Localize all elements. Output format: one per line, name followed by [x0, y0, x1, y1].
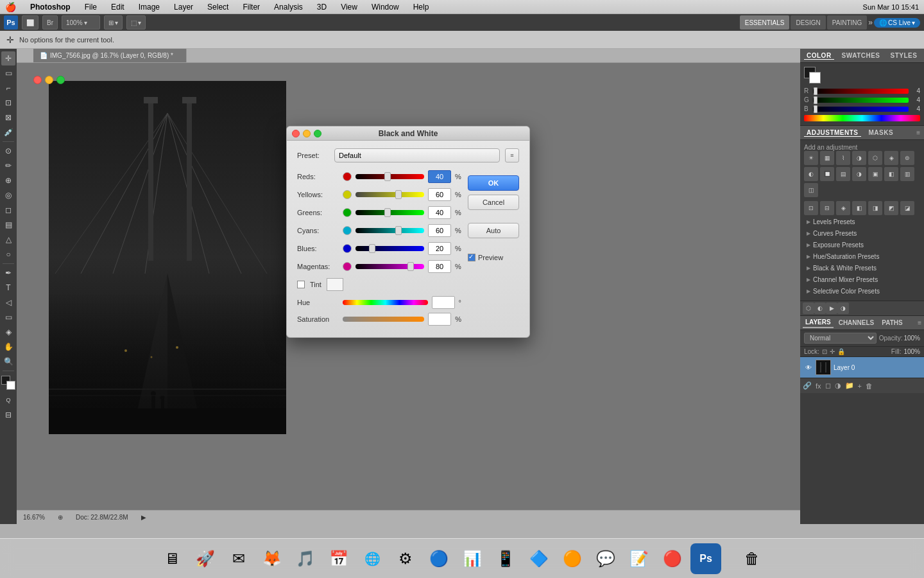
tab-adjustments[interactable]: ADJUSTMENTS — [804, 129, 861, 137]
window-minimize-button[interactable] — [45, 76, 53, 84]
menu-analysis[interactable]: Analysis — [271, 3, 305, 12]
adj-icon-extra4[interactable]: ◧ — [852, 201, 866, 215]
adj-icon-invert[interactable]: ◑ — [852, 167, 866, 181]
adj-icon-levels[interactable]: ▦ — [820, 151, 834, 165]
adj-icon-bw[interactable]: ◐ — [804, 167, 818, 181]
fill-value[interactable]: 100% — [903, 348, 920, 355]
workspace-painting[interactable]: PAINTING — [827, 15, 867, 30]
channel-b-slider[interactable] — [813, 107, 909, 112]
dock-calendar[interactable]: 📅 — [323, 543, 354, 574]
tool-eraser[interactable]: ◻ — [1, 203, 15, 217]
dock-launchpad[interactable]: 🚀 — [190, 543, 221, 574]
tool-zoom[interactable]: 🔍 — [1, 355, 15, 369]
preset-channel-mixer[interactable]: ▶ Channel Mixer Presets — [804, 274, 920, 285]
adj-icon-gradient-map[interactable]: ▥ — [900, 167, 914, 181]
preset-bw[interactable]: ▶ Black & White Presets — [804, 263, 920, 274]
menu-window[interactable]: Window — [369, 3, 402, 12]
lock-icon-pos[interactable]: ✛ — [830, 348, 835, 355]
cyans-input[interactable] — [428, 224, 451, 237]
doc-info-arrow[interactable]: ▶ — [141, 514, 146, 521]
color-spectrum-bar[interactable] — [804, 115, 920, 121]
yellows-thumb[interactable] — [395, 190, 402, 199]
cyans-slider[interactable] — [355, 228, 424, 233]
channel-r-thumb[interactable] — [814, 87, 817, 95]
dock-app4[interactable]: 📊 — [457, 543, 488, 574]
channel-g-slider[interactable] — [813, 98, 909, 103]
dock-app8[interactable]: 📝 — [624, 543, 654, 574]
workspace-more[interactable]: » — [868, 18, 873, 27]
layer-fx-icon[interactable]: fx — [816, 382, 821, 390]
reds-slider[interactable] — [355, 174, 424, 179]
tab-styles[interactable]: STYLES — [888, 52, 920, 59]
preset-levels[interactable]: ▶ Levels Presets — [804, 216, 920, 227]
adj-icon-extra3[interactable]: ◈ — [836, 201, 850, 215]
saturation-input[interactable] — [428, 313, 451, 326]
ps-zoom-btn[interactable]: 100% ▾ — [62, 15, 100, 30]
ps-arrange-btn[interactable]: ⊞ ▾ — [104, 15, 123, 30]
cyans-thumb[interactable] — [395, 226, 402, 235]
adjustments-panel-collapse[interactable]: ≡ — [916, 129, 920, 136]
channel-r-slider[interactable] — [813, 89, 909, 94]
layer-visibility-icon[interactable]: 👁 — [804, 363, 813, 372]
tool-quick-select[interactable]: ⊡ — [1, 96, 15, 110]
cancel-button[interactable]: Cancel — [468, 195, 519, 210]
reds-thumb[interactable] — [384, 172, 391, 181]
adj-icon-hsl[interactable]: ◈ — [884, 151, 898, 165]
layers-icon-2[interactable]: ◐ — [814, 302, 826, 314]
greens-slider[interactable] — [355, 210, 424, 215]
preset-exposure[interactable]: ▶ Exposure Presets — [804, 240, 920, 250]
yellows-input[interactable] — [428, 188, 451, 201]
dock-app6[interactable]: 🔷 — [524, 543, 554, 574]
zoom-fit-icon[interactable]: ⊕ — [58, 514, 63, 521]
tool-marquee[interactable]: ▭ — [1, 66, 15, 80]
tool-brush[interactable]: ✏ — [1, 159, 15, 173]
adj-icon-posterize[interactable]: ▣ — [868, 167, 882, 181]
tool-3d[interactable]: ◈ — [1, 325, 15, 339]
lock-icon-px[interactable]: ⊡ — [822, 348, 827, 355]
adj-icon-threshold[interactable]: ◧ — [884, 167, 898, 181]
adj-icon-channel-mix[interactable]: ▤ — [836, 167, 850, 181]
tool-crop[interactable]: ⊠ — [1, 110, 15, 125]
background-color[interactable] — [6, 381, 15, 390]
tool-pen[interactable]: ✒ — [1, 266, 15, 280]
menu-layer[interactable]: Layer — [171, 3, 196, 12]
tool-lasso[interactable]: ⌐ — [1, 81, 15, 95]
dock-app5[interactable]: 📱 — [490, 543, 521, 574]
tool-eyedropper[interactable]: 💉 — [1, 125, 15, 139]
tool-blur[interactable]: △ — [1, 232, 15, 247]
reds-input[interactable] — [428, 170, 451, 183]
layer-item[interactable]: 👁 Layer 0 — [800, 357, 924, 378]
layers-icon-1[interactable]: ⬡ — [803, 302, 814, 314]
tool-color-boxes[interactable] — [1, 376, 15, 390]
lock-icon-all[interactable]: 🔒 — [837, 348, 845, 355]
greens-thumb[interactable] — [384, 208, 391, 217]
tab-color[interactable]: COLOR — [804, 52, 834, 60]
apple-menu[interactable]: 🍎 — [5, 2, 16, 12]
yellows-slider[interactable] — [355, 192, 424, 197]
preview-checkbox[interactable] — [468, 254, 475, 261]
dialog-maximize-button[interactable] — [314, 130, 321, 137]
layer-adj-icon[interactable]: ◑ — [835, 381, 841, 390]
dock-trash[interactable]: 🗑 — [737, 543, 767, 574]
preset-curves[interactable]: ▶ Curves Presets — [804, 228, 920, 239]
blend-mode-select[interactable]: Normal — [804, 333, 877, 344]
dock-itunes[interactable]: 🎵 — [290, 543, 321, 574]
greens-input[interactable] — [428, 206, 451, 219]
tool-history[interactable]: ◎ — [1, 188, 15, 202]
cs-live-button[interactable]: 🌐 CS Live ▾ — [874, 18, 920, 28]
tint-checkbox[interactable] — [297, 281, 305, 288]
adj-icon-extra5[interactable]: ◨ — [868, 201, 882, 215]
tab-layers[interactable]: LAYERS — [803, 317, 834, 328]
tool-gradient[interactable]: ▤ — [1, 218, 15, 232]
window-close-button[interactable] — [33, 76, 42, 84]
blues-slider[interactable] — [355, 246, 424, 251]
adj-icon-exposure[interactable]: ◑ — [852, 151, 866, 165]
dialog-close-button[interactable] — [292, 130, 300, 137]
document-tab[interactable]: 📄 IMG_7566.jpg @ 16.7% (Layer 0, RGB/8) … — [33, 49, 187, 62]
menu-image[interactable]: Image — [136, 3, 162, 12]
workspace-design[interactable]: DESIGN — [791, 15, 825, 30]
tool-clone[interactable]: ⊕ — [1, 173, 15, 188]
ok-button[interactable]: OK — [468, 175, 519, 191]
layer-mask-icon[interactable]: ◻ — [825, 381, 831, 390]
tool-shape[interactable]: ▭ — [1, 310, 15, 324]
